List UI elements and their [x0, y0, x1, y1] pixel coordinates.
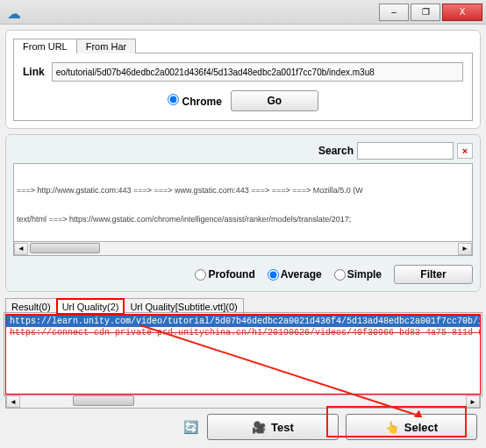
- test-button[interactable]: Test: [207, 414, 339, 440]
- camera-icon: [252, 421, 266, 434]
- result-line-selected[interactable]: https://learn.unity.com/video/tutorial/5…: [6, 316, 480, 327]
- log-textarea[interactable]: ===> http://www.gstatic.com:443 ===> ===…: [13, 163, 473, 242]
- tab-url-quality[interactable]: Url Quality(2): [56, 298, 125, 315]
- search-input[interactable]: [357, 142, 454, 160]
- link-input[interactable]: [52, 62, 463, 82]
- radio-simple[interactable]: Simple: [334, 268, 382, 281]
- radio-profound[interactable]: Profound: [195, 268, 254, 281]
- clear-search-icon[interactable]: ×: [457, 143, 473, 159]
- maximize-button[interactable]: ❐: [411, 4, 440, 21]
- tab-url-quality-subtitle[interactable]: Url Quality[Subtitle.vtt](0): [124, 298, 243, 315]
- search-label: Search: [318, 145, 354, 157]
- radio-chrome[interactable]: Chrome: [168, 94, 222, 108]
- scroll-thumb[interactable]: [73, 395, 134, 406]
- tab-from-url[interactable]: From URL: [13, 39, 77, 53]
- scroll-right-icon[interactable]: ►: [466, 395, 480, 408]
- close-button[interactable]: X: [442, 4, 482, 21]
- minimize-button[interactable]: –: [379, 4, 409, 21]
- scroll-right-icon[interactable]: ►: [458, 243, 472, 255]
- result-list[interactable]: https://learn.unity.com/video/tutorial/5…: [5, 314, 481, 395]
- filter-button[interactable]: Filter: [394, 265, 473, 284]
- refresh-icon[interactable]: [181, 417, 200, 437]
- scroll-left-icon[interactable]: ◄: [6, 395, 20, 408]
- radio-chrome-input[interactable]: [168, 94, 179, 105]
- result-line[interactable]: https://connect-cdn-private-prd.unitychi…: [6, 327, 480, 338]
- scroll-thumb[interactable]: [30, 243, 100, 253]
- scroll-left-icon[interactable]: ◄: [14, 243, 28, 255]
- tab-from-har[interactable]: From Har: [76, 39, 136, 53]
- link-label: Link: [23, 66, 45, 78]
- tab-result[interactable]: Result(0): [5, 298, 57, 315]
- app-icon: ☁: [7, 5, 21, 19]
- log-hscrollbar[interactable]: ◄ ►: [13, 242, 473, 256]
- annotation-box: [326, 406, 467, 437]
- go-button[interactable]: Go: [231, 90, 318, 111]
- radio-average[interactable]: Average: [268, 268, 322, 281]
